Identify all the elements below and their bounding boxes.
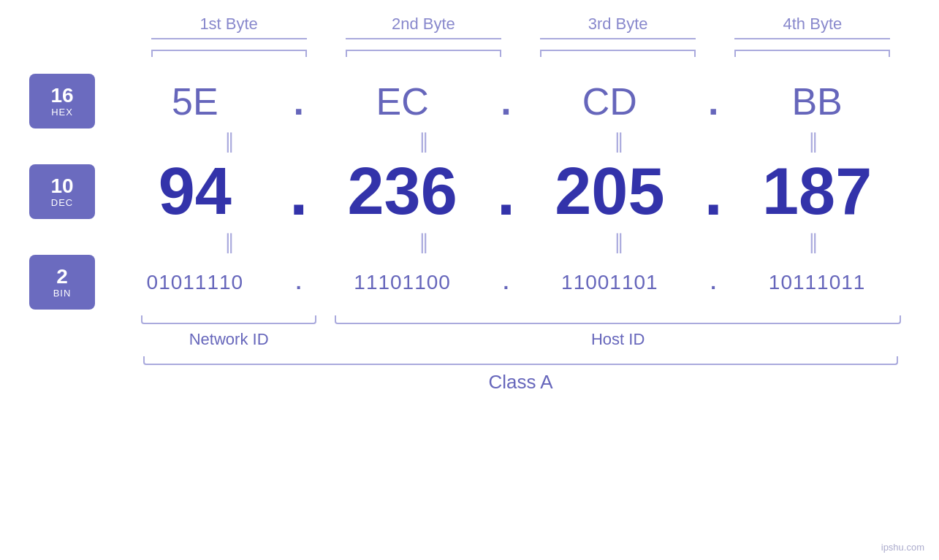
watermark: ipshu.com [881, 542, 924, 553]
dbl-bar-1-3: ∥ [521, 131, 715, 152]
byte4-header: 4th Byte [715, 15, 910, 34]
byte2-header: 2nd Byte [326, 15, 520, 34]
byte1-header: 1st Byte [132, 15, 326, 34]
dec-dot1: . [288, 159, 310, 225]
hex-dot1: . [288, 83, 310, 120]
dec-dot2: . [495, 159, 517, 225]
bin-badge: 2 BIN [29, 255, 95, 310]
dec-byte3: 205 [517, 154, 703, 229]
class-row: Class A [29, 356, 910, 394]
bin-byte1: 01011110 [102, 271, 288, 294]
bracket1 [132, 41, 326, 59]
bin-row: 2 BIN 01011110 . 11101100 . 11001101 . 1… [29, 255, 910, 310]
dec-badge: 10 DEC [29, 164, 95, 219]
host-id-bracket [335, 315, 901, 324]
hex-row: 16 HEX 5E . EC . CD . BB [29, 74, 910, 129]
network-id-section: Network ID [132, 315, 326, 349]
dbl-bar-2-3: ∥ [521, 232, 715, 253]
byte3-header: 3rd Byte [521, 15, 715, 34]
id-labels-row: Network ID Host ID [29, 315, 910, 349]
dbl-bars-2: ∥ ∥ ∥ ∥ [132, 232, 910, 253]
bin-dot3: . [702, 272, 724, 293]
hex-dot3: . [702, 83, 724, 120]
hex-dot2: . [495, 83, 517, 120]
bin-base-label: BIN [53, 288, 72, 299]
bin-values-area: 01011110 . 11101100 . 11001101 . 1011101… [102, 271, 910, 294]
hex-base-label: HEX [51, 107, 73, 118]
class-bracket [143, 356, 898, 365]
bin-byte4: 10111011 [724, 271, 910, 294]
dec-byte2: 236 [310, 154, 495, 229]
dbl-bar-2-2: ∥ [326, 232, 520, 253]
network-id-label: Network ID [189, 330, 269, 349]
hex-byte4: BB [724, 80, 910, 123]
bracket3 [521, 41, 715, 59]
dec-base-label: DEC [51, 197, 73, 208]
bin-base-num: 2 [56, 266, 68, 288]
class-label: Class A [488, 371, 552, 394]
hex-byte2: EC [310, 80, 495, 123]
bin-byte3: 11001101 [517, 271, 703, 294]
byte-headers-row: 1st Byte 2nd Byte 3rd Byte 4th Byte [29, 15, 910, 34]
hex-base-num: 16 [50, 85, 73, 107]
dbl-bar-1-2: ∥ [326, 131, 520, 152]
dbl-bars-1: ∥ ∥ ∥ ∥ [132, 131, 910, 152]
dec-byte1: 94 [102, 154, 288, 229]
top-brackets [29, 41, 910, 59]
dec-base-num: 10 [50, 175, 73, 198]
dec-dot3: . [702, 159, 724, 225]
hex-badge: 16 HEX [29, 74, 95, 129]
host-id-label: Host ID [591, 330, 645, 349]
dbl-bar-2-1: ∥ [132, 232, 326, 253]
separator-dec-bin: ∥ ∥ ∥ ∥ [29, 229, 910, 255]
network-id-bracket [141, 315, 316, 324]
bin-dot2: . [495, 272, 517, 293]
bin-byte2: 11101100 [310, 271, 495, 294]
hex-byte1: 5E [102, 80, 288, 123]
dbl-bar-1-4: ∥ [715, 131, 910, 152]
main-container: 1st Byte 2nd Byte 3rd Byte 4th Byte 16 H… [0, 0, 939, 560]
separator-hex-dec: ∥ ∥ ∥ ∥ [29, 129, 910, 154]
dec-byte4: 187 [724, 154, 910, 229]
host-id-section: Host ID [326, 315, 910, 349]
hex-values-area: 5E . EC . CD . BB [102, 80, 910, 123]
hex-byte3: CD [517, 80, 703, 123]
dbl-bar-2-4: ∥ [715, 232, 910, 253]
dbl-bar-1-1: ∥ [132, 131, 326, 152]
bracket4 [715, 41, 910, 59]
dec-values-area: 94 . 236 . 205 . 187 [102, 154, 910, 229]
bracket2 [326, 41, 520, 59]
bin-dot1: . [288, 272, 310, 293]
dec-row: 10 DEC 94 . 236 . 205 . 187 [29, 154, 910, 229]
